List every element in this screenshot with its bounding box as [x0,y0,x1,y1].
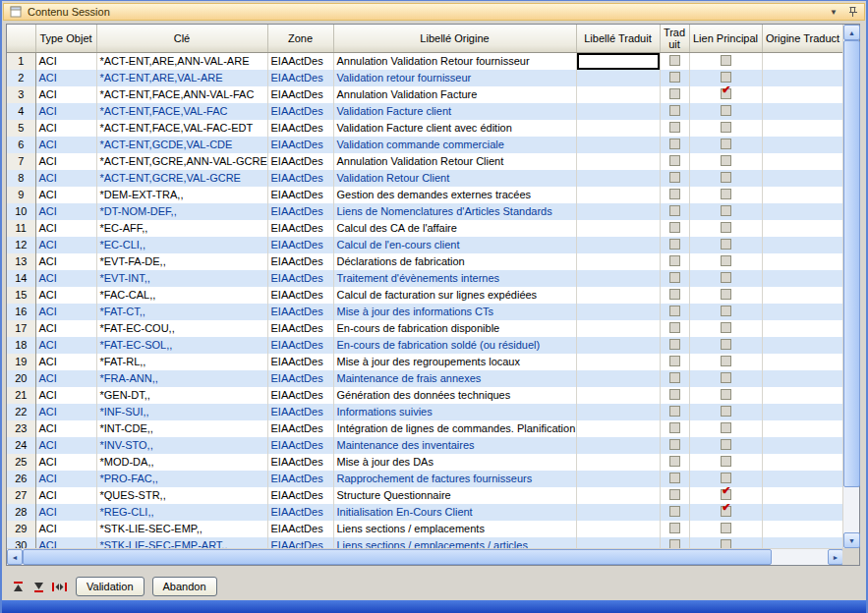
cell-zone[interactable]: EIAActDes [267,287,333,304]
column-header-origine-traduction[interactable]: Origine Traduct [762,25,842,52]
traduit-checkbox[interactable] [669,523,680,533]
cell-libelle-traduit[interactable] [576,320,660,337]
traduit-checkbox[interactable] [669,356,680,366]
cell-libelle-traduit[interactable] [576,521,660,537]
lien-principal-checkbox[interactable] [721,523,731,533]
cell-libelle-origine[interactable]: Liens de Nomenclatures d'Articles Standa… [333,203,576,220]
cell-traduit[interactable] [660,337,689,354]
cell-libelle-traduit[interactable] [576,253,660,270]
cell-origine-traduction[interactable] [762,52,842,70]
traduit-checkbox[interactable] [669,289,680,300]
cell-libelle-origine[interactable]: Gestion des demandes externes tracées [333,187,576,203]
cell-libelle-traduit[interactable] [576,237,660,253]
traduit-checkbox[interactable] [669,105,680,116]
cell-libelle-origine[interactable]: Mise à jour des DAs [333,454,576,471]
fit-columns-button[interactable] [50,579,68,594]
cell-libelle-origine[interactable]: Traitement d'évènements internes [333,270,576,287]
cell-libelle-traduit[interactable] [576,404,660,420]
cell-cle[interactable]: *ACT-ENT,GCRE,VAL-GCRE [96,170,267,187]
cell-traduit[interactable] [660,270,689,287]
cell-libelle-traduit[interactable] [576,437,660,454]
cell-origine-traduction[interactable] [762,86,842,103]
cell-lien-principal[interactable] [689,253,762,270]
lien-principal-checkbox[interactable] [721,339,731,350]
cell-rownum[interactable]: 17 [7,320,35,337]
cell-type-objet[interactable]: ACI [35,304,96,320]
cell-type-objet[interactable]: ACI [35,270,96,287]
vertical-scrollbar[interactable]: ▲ ▼ [842,25,859,548]
cell-zone[interactable]: EIAActDes [267,170,333,187]
lien-principal-checkbox[interactable]: ✔ [721,489,731,500]
traduit-checkbox[interactable] [669,72,680,83]
cell-origine-traduction[interactable] [762,337,842,354]
cell-rownum[interactable]: 15 [7,287,35,304]
cell-libelle-origine[interactable]: Initialisation En-Cours Client [333,504,576,521]
cell-libelle-traduit[interactable] [576,370,660,387]
cell-rownum[interactable]: 14 [7,270,35,287]
cell-libelle-traduit[interactable] [576,537,660,549]
traduit-checkbox[interactable] [669,473,680,483]
cell-rownum[interactable]: 3 [7,86,35,103]
traduit-checkbox[interactable] [669,222,680,233]
cell-cle[interactable]: *STK-LIE-SEC-EMP,, [96,521,267,537]
cell-zone[interactable]: EIAActDes [267,153,333,170]
cell-lien-principal[interactable] [689,521,762,537]
lien-principal-checkbox[interactable] [721,155,731,166]
cell-origine-traduction[interactable] [762,287,842,304]
cell-rownum[interactable]: 9 [7,187,35,203]
cell-traduit[interactable] [660,304,689,320]
cell-libelle-origine[interactable]: En-cours de fabrication disponible [333,320,576,337]
cell-lien-principal[interactable] [689,103,762,120]
cell-cle[interactable]: *ACT-ENT,ARE,ANN-VAL-ARE [96,52,267,70]
traduit-checkbox[interactable] [669,372,680,383]
cell-libelle-traduit[interactable] [576,387,660,404]
cell-traduit[interactable] [660,521,689,537]
cell-libelle-origine[interactable]: Rapprochement de factures fournisseurs [333,471,576,487]
cell-libelle-traduit[interactable] [576,86,660,103]
cell-zone[interactable]: EIAActDes [267,203,333,220]
cell-libelle-traduit[interactable] [576,471,660,487]
traduit-checkbox[interactable] [669,55,680,66]
cell-libelle-traduit[interactable] [576,287,660,304]
cell-type-objet[interactable]: ACI [35,70,96,86]
scroll-down-button[interactable]: ▼ [843,532,860,548]
cell-rownum[interactable]: 11 [7,220,35,237]
lien-principal-checkbox[interactable] [721,189,731,199]
cell-lien-principal[interactable] [689,387,762,404]
horizontal-scrollbar[interactable]: ◄ ► [7,548,843,565]
cell-origine-traduction[interactable] [762,454,842,471]
pin-icon[interactable] [845,5,859,19]
lien-principal-checkbox[interactable]: ✔ [721,506,731,517]
cell-rownum[interactable]: 6 [7,137,35,153]
lien-principal-checkbox[interactable] [721,389,731,400]
cell-libelle-origine[interactable]: Structure Questionnaire [333,487,576,504]
cell-type-objet[interactable]: ACI [35,187,96,203]
cell-rownum[interactable]: 7 [7,153,35,170]
lien-principal-checkbox[interactable] [721,356,731,366]
chevron-down-icon[interactable]: ▼ [827,5,840,19]
cell-origine-traduction[interactable] [762,354,842,370]
cell-rownum[interactable]: 4 [7,103,35,120]
cell-cle[interactable]: *QUES-STR,, [96,487,267,504]
lien-principal-checkbox[interactable] [721,306,731,316]
cell-traduit[interactable] [660,137,689,153]
cell-rownum[interactable]: 8 [7,170,35,187]
cell-cle[interactable]: *FAT-CT,, [96,304,267,320]
traduit-checkbox[interactable] [669,88,680,99]
cell-traduit[interactable] [660,387,689,404]
cell-rownum[interactable]: 23 [7,420,35,437]
cell-type-objet[interactable]: ACI [35,437,96,454]
cell-libelle-traduit[interactable] [576,153,660,170]
cell-traduit[interactable] [660,370,689,387]
cell-type-objet[interactable]: ACI [35,153,96,170]
cell-libelle-origine[interactable]: Annulation Validation Facture [333,86,576,103]
cell-origine-traduction[interactable] [762,170,842,187]
cell-rownum[interactable]: 24 [7,437,35,454]
cell-zone[interactable]: EIAActDes [267,504,333,521]
cell-type-objet[interactable]: ACI [35,471,96,487]
cell-type-objet[interactable]: ACI [35,487,96,504]
column-header-cle[interactable]: Clé [96,25,267,52]
cell-zone[interactable]: EIAActDes [267,52,333,70]
cell-type-objet[interactable]: ACI [35,120,96,137]
cell-cle[interactable]: *ACT-ENT,ARE,VAL-ARE [96,70,267,86]
